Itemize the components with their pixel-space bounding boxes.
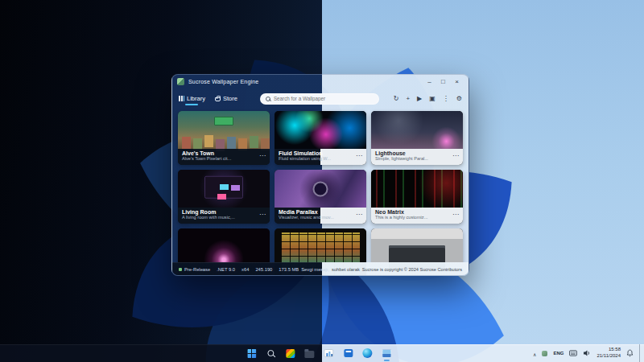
card-title: Living Room [182,209,266,215]
store-icon [215,97,221,101]
card-title: Lighthouse [375,150,459,156]
card-footer: Fluid Simulation Fluid simulation using … [275,149,366,165]
card-more-button[interactable]: ⋯ [356,152,362,159]
maximize-button[interactable]: □ [436,75,450,88]
card-thumbnail [275,111,366,149]
wallpaper-card-media-parallax[interactable]: Media Parallax Visualizer, music and mov… [275,170,366,224]
active-app-indicator [384,360,390,361]
notification-bell-icon[interactable] [626,349,634,357]
copyright-text: Sucrose is copyright © 2024 Sucrose Cont… [362,267,462,272]
active-tab-indicator [185,104,198,105]
library-icon [179,96,184,101]
card-more-button[interactable]: ⋯ [452,152,459,159]
refresh-icon[interactable]: ↻ [394,95,399,102]
card-footer: Living Room A living room with music,...… [178,208,270,224]
more-icon[interactable]: ⋮ [443,95,449,102]
wallpaper-card-neo-matrix[interactable]: Neo Matrix This is a highly customiz... … [371,170,463,224]
system-tray: ∧ ENG 15:58 21/11/2024 [533,344,642,362]
card-subtitle: A living room with music,... [182,215,266,220]
performance-chart-icon [324,349,333,357]
card-footer: Alve's Town Alve's Town Pixelart cit... … [178,149,270,165]
taskbar-center [246,344,392,362]
windows-logo-icon [247,349,256,358]
tray-overflow-chevron-icon[interactable]: ∧ [533,352,536,357]
sucrose-taskbar-button[interactable] [381,348,392,359]
tab-store-label: Store [223,95,237,102]
card-footer: Lighthouse Simple, lightweight Paral... … [371,149,463,165]
status-version: 245.190 [255,267,272,272]
card-more-button[interactable]: ⋯ [452,211,459,218]
taskbar-search-button[interactable] [265,348,276,359]
taskbar-app-colorful[interactable] [284,348,295,359]
card-thumbnail [371,111,463,149]
tray-app-icon[interactable] [542,351,547,356]
task-manager-button[interactable] [323,348,334,359]
card-title: Alve's Town [182,150,266,156]
card-thumbnail [371,170,463,208]
volume-icon[interactable] [583,349,591,357]
touch-keyboard-icon[interactable] [569,350,577,356]
wallpaper-card-lighthouse[interactable]: Lighthouse Simple, lightweight Paral... … [371,111,463,165]
settings-icon[interactable]: ⚙ [456,95,462,102]
minimize-button[interactable]: – [423,75,436,88]
status-arch: x64 [242,267,249,272]
toolbar: ↻ + ▶ ▣ ⋮ ⚙ [394,95,462,102]
wallpaper-card-living-room[interactable]: Living Room A living room with music,...… [178,170,270,224]
search-box[interactable] [260,93,379,105]
sucrose-app-icon [382,349,391,358]
play-icon[interactable]: ▶ [417,95,422,102]
release-channel-icon [179,268,182,271]
tab-library-label: Library [187,95,205,102]
search-input[interactable] [274,96,374,101]
colorful-app-icon [286,349,295,358]
window-controls: – □ × [423,75,464,88]
add-wallpaper-icon[interactable]: + [406,95,410,102]
status-message-left: Sevgi mesajı, [301,267,329,272]
tray-time: 15:58 [597,347,621,353]
tab-store[interactable]: Store [215,95,237,102]
search-icon [267,350,274,356]
store-button[interactable] [342,348,353,359]
clock[interactable]: 15:58 21/11/2024 [597,347,621,360]
card-thumbnail [178,170,270,208]
card-more-button[interactable]: ⋯ [259,152,266,159]
tray-date: 21/11/2024 [597,353,621,360]
status-message-right: sohbet olarak [332,267,360,272]
card-title: Neo Matrix [375,209,459,215]
card-more-button[interactable]: ⋯ [259,211,266,218]
language-indicator[interactable]: ENG [553,351,564,356]
wallpaper-card-alves-town[interactable]: Alve's Town Alve's Town Pixelart cit... … [178,111,270,165]
card-thumbnail [178,111,270,149]
title-bar[interactable]: Sucrose Wallpaper Engine – □ × [172,75,469,88]
display-icon[interactable]: ▣ [429,95,436,102]
file-explorer-button[interactable] [303,348,315,359]
taskbar: ∧ ENG 15:58 21/11/2024 [0,344,644,362]
card-more-button[interactable]: ⋯ [356,211,362,218]
folder-icon [304,351,314,358]
nav-bar: Library Store ↻ + ▶ ▣ ⋮ ⚙ [172,88,469,109]
search-icon [266,97,270,101]
card-title: Fluid Simulation [279,150,362,156]
card-subtitle: Fluid simulation using W... [279,156,362,161]
browser-button[interactable] [361,348,373,359]
card-thumbnail [275,170,366,208]
start-button[interactable] [246,348,257,359]
card-subtitle: Alve's Town Pixelart cit... [182,156,266,161]
browser-globe-icon [362,348,372,358]
close-button[interactable]: × [450,75,464,88]
status-release: Pre-Release [184,267,210,272]
status-items: Pre-Release .NET 9.0 x64 245.190 173.5 M… [179,267,299,272]
status-bar: Pre-Release .NET 9.0 x64 245.190 173.5 M… [172,262,469,275]
tab-library[interactable]: Library [179,95,205,102]
wallpaper-card-fluid-simulation[interactable]: Fluid Simulation Fluid simulation using … [275,111,366,165]
app-logo-icon [177,78,184,85]
card-subtitle: This is a highly customiz... [375,215,459,220]
show-desktop-button[interactable] [639,344,642,362]
store-bag-icon [344,349,353,357]
card-title: Media Parallax [279,209,362,215]
status-message: Sevgi mesajı, sohbet olarak [301,267,360,272]
window-title: Sucrose Wallpaper Engine [188,79,258,84]
card-footer: Neo Matrix This is a highly customiz... … [371,208,463,224]
card-subtitle: Simple, lightweight Paral... [375,156,459,161]
card-footer: Media Parallax Visualizer, music and mov… [275,208,366,224]
